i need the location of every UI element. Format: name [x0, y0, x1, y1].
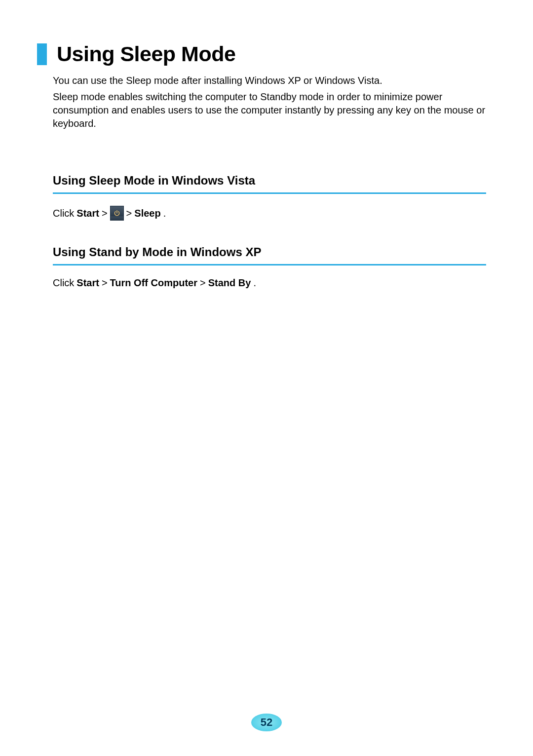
text-gt1: >	[102, 277, 108, 289]
page-number-container: 52	[251, 714, 282, 731]
section-rule	[53, 192, 486, 194]
text-click: Click	[53, 277, 74, 289]
text-gt2: >	[200, 277, 206, 289]
section-heading-xp: Using Stand by Mode in Windows XP	[53, 245, 486, 259]
text-gt2: >	[126, 208, 132, 219]
section-xp: Using Stand by Mode in Windows XP Click …	[53, 245, 486, 289]
title-row: Using Sleep Mode	[37, 42, 486, 66]
page-title: Using Sleep Mode	[57, 42, 235, 66]
section-vista: Using Sleep Mode in Windows Vista Click …	[53, 174, 486, 221]
text-start: Start	[76, 208, 99, 219]
text-gt1: >	[102, 208, 108, 219]
power-button-icon	[110, 206, 124, 221]
text-turnoff: Turn Off Computer	[110, 277, 197, 289]
text-sleep: Sleep	[134, 208, 160, 219]
text-period: .	[253, 277, 256, 289]
page-number-oval: 52	[251, 714, 282, 731]
text-standby: Stand By	[208, 277, 251, 289]
text-click: Click	[53, 208, 74, 219]
xp-instruction: Click Start > Turn Off Computer > Stand …	[53, 277, 486, 289]
section-heading-vista: Using Sleep Mode in Windows Vista	[53, 174, 486, 188]
page-number: 52	[261, 716, 272, 729]
title-accent-bar	[37, 43, 47, 65]
vista-instruction: Click Start > > Sleep .	[53, 206, 486, 221]
text-start: Start	[76, 277, 99, 289]
intro-paragraph-2: Sleep mode enables switching the compute…	[53, 90, 486, 130]
intro-paragraph-1: You can use the Sleep mode after install…	[53, 74, 486, 87]
text-period: .	[163, 208, 166, 219]
section-rule	[53, 264, 486, 265]
